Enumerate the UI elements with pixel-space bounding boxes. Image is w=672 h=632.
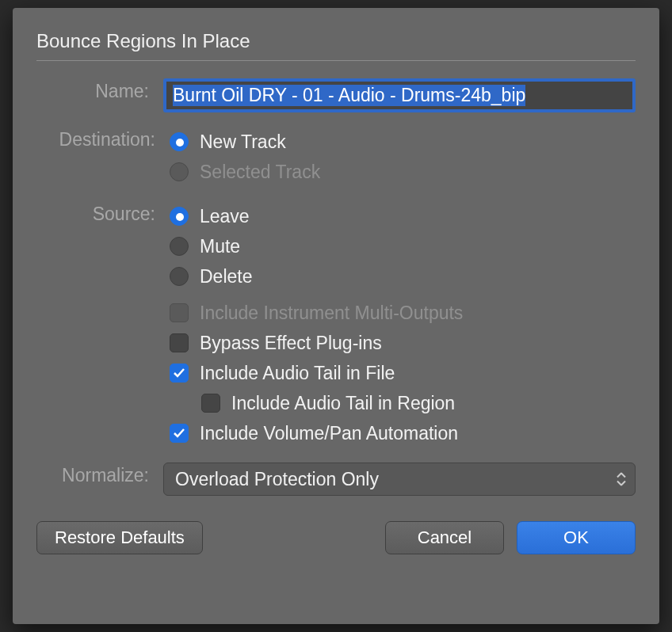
source-delete-option[interactable]: Delete	[170, 261, 636, 291]
source-delete-label: Delete	[200, 266, 252, 287]
name-label: Name:	[36, 78, 163, 104]
destination-selected-track-label: Selected Track	[200, 162, 320, 183]
include-vol-pan-label: Include Volume/Pan Automation	[200, 423, 458, 444]
radio-icon	[170, 267, 189, 286]
normalize-value: Overload Protection Only	[175, 469, 379, 490]
source-label: Source:	[36, 201, 170, 227]
normalize-row: Normalize: Overload Protection Only	[36, 463, 636, 496]
radio-icon	[170, 162, 189, 181]
cancel-label: Cancel	[418, 527, 472, 548]
include-tail-file-option[interactable]: Include Audio Tail in File	[170, 358, 636, 388]
button-row: Restore Defaults Cancel OK	[36, 521, 636, 554]
bypass-fx-option[interactable]: Bypass Effect Plug-ins	[170, 328, 636, 358]
destination-new-track-option[interactable]: New Track	[170, 127, 636, 157]
cancel-button[interactable]: Cancel	[385, 521, 504, 554]
include-multi-outputs-option: Include Instrument Multi-Outputs	[170, 298, 636, 328]
bypass-fx-label: Bypass Effect Plug-ins	[200, 333, 382, 354]
checkbox-icon	[201, 394, 220, 413]
include-tail-file-label: Include Audio Tail in File	[200, 363, 395, 384]
checkbox-icon	[170, 333, 189, 352]
source-row: Source: Leave Mute Delete Include Instru…	[36, 201, 636, 448]
name-input-wrap	[163, 78, 636, 112]
chevron-updown-icon	[616, 473, 627, 486]
destination-label: Destination:	[36, 127, 170, 152]
destination-selected-track-option: Selected Track	[170, 157, 636, 187]
destination-new-track-label: New Track	[200, 131, 286, 153]
include-vol-pan-option[interactable]: Include Volume/Pan Automation	[170, 418, 636, 448]
checkbox-icon	[170, 364, 189, 383]
normalize-select[interactable]: Overload Protection Only	[163, 463, 636, 496]
dialog-title: Bounce Regions In Place	[36, 30, 636, 52]
bounce-dialog: Bounce Regions In Place Name: Destinatio…	[13, 8, 659, 624]
source-leave-label: Leave	[200, 206, 250, 227]
ok-button[interactable]: OK	[517, 521, 636, 554]
radio-icon	[170, 207, 189, 226]
source-mute-label: Mute	[200, 236, 240, 257]
name-row: Name:	[36, 78, 636, 112]
divider	[36, 60, 636, 61]
destination-row: Destination: New Track Selected Track	[36, 127, 636, 187]
include-multi-outputs-label: Include Instrument Multi-Outputs	[200, 303, 463, 324]
name-input[interactable]	[166, 82, 632, 109]
include-tail-region-option[interactable]: Include Audio Tail in Region	[201, 388, 636, 418]
source-mute-option[interactable]: Mute	[170, 231, 636, 261]
include-tail-region-label: Include Audio Tail in Region	[231, 393, 455, 414]
normalize-label: Normalize:	[36, 463, 163, 488]
source-leave-option[interactable]: Leave	[170, 201, 636, 231]
radio-icon	[170, 237, 189, 256]
checkbox-icon	[170, 424, 189, 443]
ok-label: OK	[563, 527, 589, 548]
radio-icon	[170, 132, 189, 151]
restore-defaults-button[interactable]: Restore Defaults	[36, 521, 203, 554]
restore-defaults-label: Restore Defaults	[55, 527, 185, 548]
checkbox-icon	[170, 303, 189, 322]
